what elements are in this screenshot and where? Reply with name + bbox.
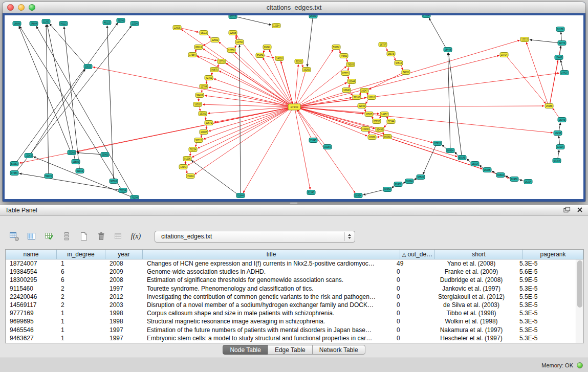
- network-node[interactable]: 31096: [117, 18, 125, 23]
- network-node[interactable]: 72040: [361, 127, 369, 132]
- network-node[interactable]: 15345: [309, 138, 317, 143]
- network-node[interactable]: 10087: [200, 130, 208, 135]
- column-header-out_degree[interactable]: △out_de…: [400, 250, 435, 259]
- network-node[interactable]: 85952: [373, 119, 381, 124]
- network-node[interactable]: 16914: [471, 162, 479, 166]
- network-node[interactable]: 74850: [340, 54, 348, 58]
- network-node[interactable]: 80934: [383, 187, 391, 192]
- function-builder-icon[interactable]: f(x): [129, 230, 143, 243]
- float-panel-icon[interactable]: [563, 206, 571, 215]
- network-node[interactable]: 92774: [558, 41, 566, 46]
- network-node[interactable]: 80965: [383, 135, 391, 139]
- network-node[interactable]: 15958: [545, 104, 553, 108]
- network-node[interactable]: 81063: [10, 162, 18, 166]
- tab-edge-table[interactable]: Edge Table: [268, 345, 313, 355]
- network-node[interactable]: 19184: [323, 145, 332, 149]
- network-node[interactable]: 17554: [188, 53, 197, 57]
- network-node[interactable]: 59013: [76, 169, 84, 173]
- network-node[interactable]: 11304: [130, 21, 139, 26]
- network-node[interactable]: 42751: [205, 76, 213, 80]
- zoom-window-button[interactable]: [29, 4, 35, 11]
- network-node[interactable]: 16443: [555, 55, 563, 60]
- column-header-short[interactable]: short: [435, 250, 523, 259]
- new-document-icon[interactable]: [77, 230, 91, 243]
- table-row[interactable]: 946554611997Estimation of the future num…: [6, 326, 576, 334]
- window-titlebar[interactable]: citations_edges.txt: [3, 2, 585, 13]
- network-node[interactable]: 18686: [13, 21, 21, 26]
- network-node[interactable]: 97354: [10, 171, 18, 176]
- network-node[interactable]: 22040: [358, 104, 366, 108]
- network-node[interactable]: 91296: [183, 157, 191, 161]
- table-row[interactable]: 911546021997Tourette syndrome. Phenomeno…: [6, 285, 576, 293]
- network-node[interactable]: 25960: [101, 152, 109, 157]
- network-node[interactable]: 91543: [307, 190, 315, 195]
- network-node[interactable]: 12254: [272, 24, 280, 28]
- network-node[interactable]: 32201: [295, 59, 303, 64]
- close-window-button[interactable]: [7, 4, 14, 11]
- network-node[interactable]: 51544: [387, 119, 395, 124]
- network-node[interactable]: 16047: [360, 89, 368, 93]
- network-node[interactable]: 18302: [193, 102, 202, 107]
- network-node[interactable]: 15886: [72, 160, 80, 164]
- network-node[interactable]: 96875: [210, 68, 219, 72]
- network-node[interactable]: 95474: [256, 53, 264, 58]
- network-node[interactable]: 16234: [405, 179, 413, 184]
- edit-table-icon[interactable]: [42, 230, 56, 243]
- table-row[interactable]: 1872400712008Changes of HCN gene express…: [6, 259, 576, 268]
- network-node[interactable]: 87771: [341, 71, 350, 76]
- network-node[interactable]: 22605: [173, 26, 181, 30]
- network-node[interactable]: 67754: [553, 159, 561, 163]
- close-panel-icon[interactable]: [577, 206, 583, 215]
- column-header-name[interactable]: name: [6, 250, 57, 259]
- network-node[interactable]: 21814: [422, 15, 430, 18]
- network-node[interactable]: 78503: [346, 62, 355, 67]
- network-node[interactable]: 20533: [84, 64, 92, 69]
- network-node[interactable]: 14618: [275, 56, 284, 61]
- network-node[interactable]: 18505: [365, 112, 373, 117]
- network-node[interactable]: 97520: [417, 175, 425, 180]
- network-node[interactable]: 18448: [444, 48, 452, 52]
- table-vertical-scrollbar[interactable]: [576, 259, 583, 343]
- network-node[interactable]: 46113: [103, 20, 111, 25]
- network-node[interactable]: 10238: [554, 131, 562, 136]
- table-row[interactable]: 2242004622012Investigating the contribut…: [6, 293, 576, 301]
- scrollbar-thumb[interactable]: [577, 260, 582, 308]
- network-node[interactable]: 14437: [560, 71, 569, 75]
- network-node[interactable]: 22608: [229, 31, 237, 35]
- network-node[interactable]: 91644: [236, 193, 245, 198]
- show-columns-icon[interactable]: [25, 230, 38, 243]
- network-node[interactable]: 36715: [194, 138, 203, 143]
- network-node[interactable]: 88013: [194, 45, 203, 50]
- network-node[interactable]: 16045: [483, 168, 491, 172]
- tab-node-table[interactable]: Node Table: [223, 345, 268, 355]
- network-node[interactable]: 74851: [402, 70, 410, 75]
- network-node[interactable]: 76194: [130, 195, 139, 200]
- network-node[interactable]: 12751: [217, 59, 226, 64]
- network-node[interactable]: 18757: [379, 42, 387, 47]
- network-node[interactable]: 30671: [205, 121, 213, 125]
- network-node[interactable]: 11260: [42, 19, 50, 24]
- network-node[interactable]: 16045: [558, 118, 566, 122]
- table-row[interactable]: 977716911998Corpus callosum shape and si…: [6, 309, 576, 317]
- network-node[interactable]: 15301: [199, 112, 207, 116]
- column-header-title[interactable]: title: [143, 250, 400, 259]
- network-node[interactable]: 19734: [500, 53, 508, 57]
- column-header-pagerank[interactable]: pagerank: [523, 250, 583, 259]
- table-row[interactable]: 969969511998Structural magnetic resonanc…: [6, 317, 576, 325]
- network-node[interactable]: 16016: [367, 95, 376, 100]
- network-node[interactable]: 91159: [556, 27, 564, 32]
- network-node[interactable]: 16586: [368, 135, 376, 140]
- network-node[interactable]: 72543: [179, 165, 187, 169]
- network-node-hub[interactable]: 17240: [288, 104, 300, 110]
- network-node[interactable]: 92450: [510, 177, 518, 182]
- network-node[interactable]: 12756: [227, 48, 235, 53]
- network-node[interactable]: 12602: [211, 38, 219, 42]
- network-node[interactable]: 85723: [229, 15, 237, 19]
- network-node[interactable]: 16575: [387, 52, 395, 56]
- table-row[interactable]: 1830029562008Estimation of significance …: [6, 276, 576, 284]
- network-node[interactable]: 16934: [354, 193, 362, 198]
- network-node[interactable]: 25260: [68, 150, 76, 155]
- network-node[interactable]: 91543: [496, 173, 505, 178]
- network-node[interactable]: 16265: [302, 68, 311, 72]
- network-node[interactable]: 96113: [59, 21, 68, 26]
